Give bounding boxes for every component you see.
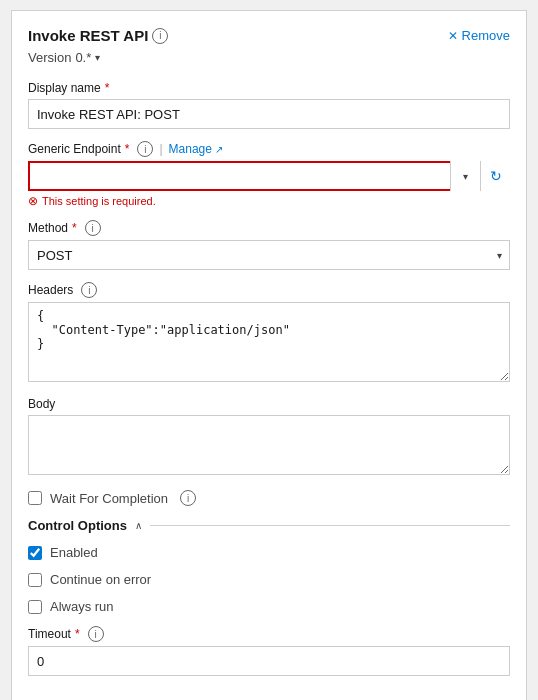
manage-link[interactable]: Manage ↗ xyxy=(169,142,224,156)
enabled-checkbox[interactable] xyxy=(28,546,42,560)
endpoint-actions: ▾ ↻ xyxy=(450,161,510,191)
version-value: 0.* xyxy=(75,50,91,65)
body-textarea[interactable] xyxy=(28,415,510,475)
method-label: Method * i xyxy=(28,220,510,236)
endpoint-input[interactable] xyxy=(28,161,510,191)
always-run-checkbox[interactable] xyxy=(28,600,42,614)
method-group: Method * i POST GET PUT DELETE PATCH ▾ xyxy=(28,220,510,270)
divider-line xyxy=(150,525,510,526)
continue-on-error-label: Continue on error xyxy=(50,572,151,587)
method-required: * xyxy=(72,221,77,235)
endpoint-info-icon[interactable]: i xyxy=(137,141,153,157)
display-name-label: Display name * xyxy=(28,81,510,95)
timeout-info-icon[interactable]: i xyxy=(88,626,104,642)
continue-on-error-row: Continue on error xyxy=(28,572,510,587)
external-link-icon: ↗ xyxy=(215,144,223,155)
timeout-group: Timeout * i xyxy=(28,626,510,676)
invoke-rest-api-panel: Invoke REST API i ✕ Remove Version 0.* ▾… xyxy=(11,10,527,700)
headers-group: Headers i { "Content-Type":"application/… xyxy=(28,282,510,385)
version-row: Version 0.* ▾ xyxy=(28,50,510,65)
method-select[interactable]: POST GET PUT DELETE PATCH xyxy=(28,240,510,270)
timeout-input[interactable] xyxy=(28,646,510,676)
wait-for-completion-checkbox[interactable] xyxy=(28,491,42,505)
panel-title: Invoke REST API xyxy=(28,27,148,44)
timeout-label: Timeout * i xyxy=(28,626,510,642)
version-label: Version xyxy=(28,50,71,65)
always-run-label: Always run xyxy=(50,599,114,614)
always-run-row: Always run xyxy=(28,599,510,614)
control-options-header: Control Options ∧ xyxy=(28,518,510,533)
continue-on-error-checkbox[interactable] xyxy=(28,573,42,587)
endpoint-chevron-icon: ▾ xyxy=(463,171,468,182)
wait-for-completion-label: Wait For Completion xyxy=(50,491,168,506)
enabled-label: Enabled xyxy=(50,545,98,560)
headers-label: Headers i xyxy=(28,282,510,298)
control-options-chevron-icon[interactable]: ∧ xyxy=(135,520,142,531)
headers-textarea[interactable]: { "Content-Type":"application/json" } xyxy=(28,302,510,382)
version-chevron-icon[interactable]: ▾ xyxy=(95,52,100,63)
control-options-title: Control Options xyxy=(28,518,127,533)
title-info-icon[interactable]: i xyxy=(152,28,168,44)
remove-link[interactable]: ✕ Remove xyxy=(448,28,510,43)
timeout-required: * xyxy=(75,627,80,641)
display-name-input[interactable] xyxy=(28,99,510,129)
method-select-wrapper: POST GET PUT DELETE PATCH ▾ xyxy=(28,240,510,270)
endpoint-input-wrapper: ▾ ↻ xyxy=(28,161,510,191)
wait-for-completion-row: Wait For Completion i xyxy=(28,490,510,506)
endpoint-error: ⊗ This setting is required. xyxy=(28,194,510,208)
body-group: Body xyxy=(28,397,510,478)
display-name-required: * xyxy=(105,81,110,95)
generic-endpoint-label: Generic Endpoint * i | Manage ↗ xyxy=(28,141,510,157)
endpoint-refresh-button[interactable]: ↻ xyxy=(480,161,510,191)
display-name-group: Display name * xyxy=(28,81,510,129)
headers-info-icon[interactable]: i xyxy=(81,282,97,298)
remove-x-icon: ✕ xyxy=(448,29,458,43)
refresh-icon: ↻ xyxy=(490,168,502,184)
error-icon: ⊗ xyxy=(28,194,38,208)
wait-info-icon[interactable]: i xyxy=(180,490,196,506)
body-label: Body xyxy=(28,397,510,411)
panel-header: Invoke REST API i ✕ Remove xyxy=(28,27,510,44)
title-area: Invoke REST API i xyxy=(28,27,168,44)
endpoint-required: * xyxy=(125,142,130,156)
generic-endpoint-group: Generic Endpoint * i | Manage ↗ ▾ ↻ ⊗ Th… xyxy=(28,141,510,208)
method-info-icon[interactable]: i xyxy=(85,220,101,236)
remove-label: Remove xyxy=(462,28,510,43)
endpoint-chevron-button[interactable]: ▾ xyxy=(450,161,480,191)
enabled-row: Enabled xyxy=(28,545,510,560)
